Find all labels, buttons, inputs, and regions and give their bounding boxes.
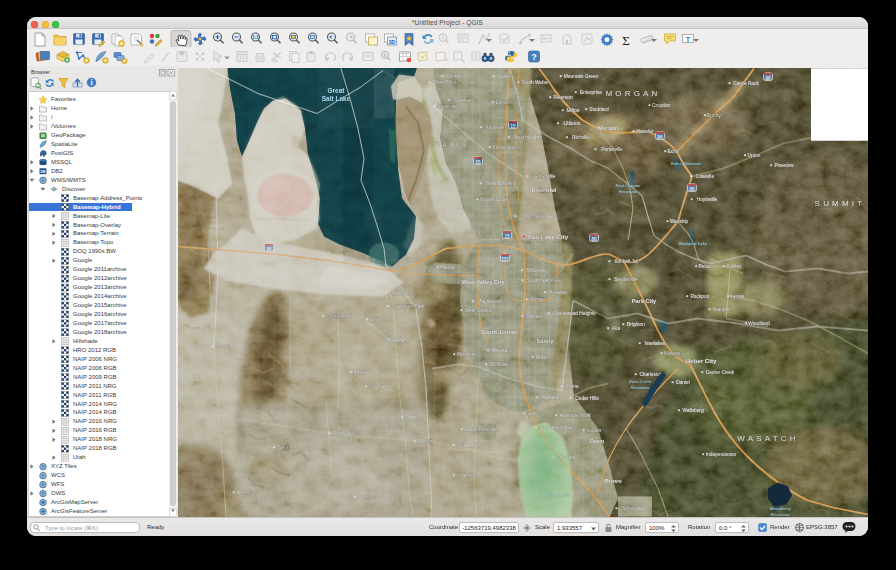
svg-text:3D: 3D: [389, 39, 396, 45]
svg-text:Salt Lake: Salt Lake: [322, 95, 351, 102]
svg-text:1:1: 1:1: [252, 35, 259, 40]
svg-text:i: i: [90, 78, 92, 87]
svg-text:Great: Great: [328, 87, 346, 94]
svg-text:?: ?: [531, 52, 536, 62]
svg-text:Σ: Σ: [622, 33, 630, 48]
svg-text:i: i: [442, 35, 443, 41]
svg-text:T: T: [686, 36, 691, 43]
